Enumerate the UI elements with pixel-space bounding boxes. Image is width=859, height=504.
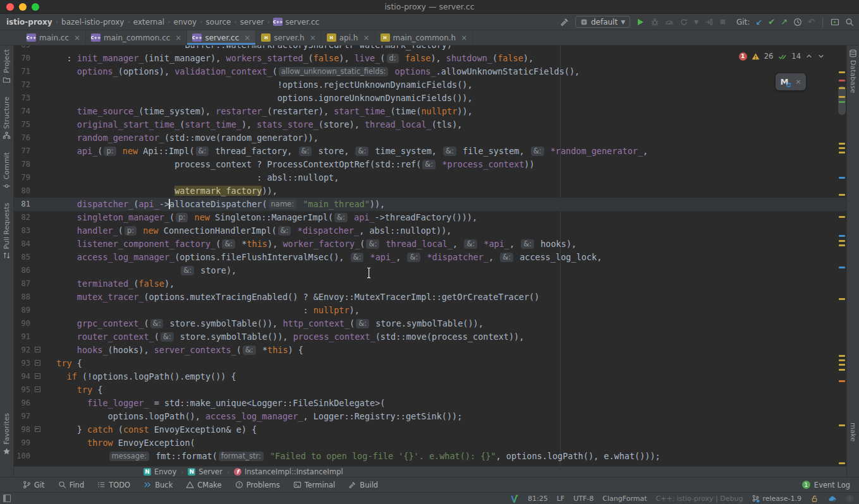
formatter[interactable]: ClangFormat bbox=[602, 495, 647, 503]
code-line-72[interactable]: 72 !options.rejectUnknownDynamicFields()… bbox=[14, 78, 846, 92]
close-icon[interactable]: × bbox=[175, 33, 181, 42]
code-line-85[interactable]: 85 access_log_manager_(options.fileFlush… bbox=[14, 251, 846, 264]
code-line-90[interactable]: 90 grpc_context_(&: store.symbolTable())… bbox=[14, 317, 846, 330]
stripe-mark-y[interactable] bbox=[839, 244, 845, 246]
git-commit-icon[interactable]: ✔ bbox=[768, 18, 775, 26]
file-encoding[interactable]: UTF-8 bbox=[573, 495, 594, 503]
tool-window-button-todo[interactable]: TODO bbox=[97, 481, 130, 489]
breadcrumb-item-istio-proxy[interactable]: istio-proxy bbox=[6, 18, 52, 27]
cloud-settings-icon[interactable] bbox=[827, 495, 837, 503]
code-line-96[interactable]: 96 file_logger_ = std::make_unique<Logge… bbox=[14, 397, 846, 410]
lock-icon[interactable] bbox=[810, 495, 819, 503]
stripe-mark-y[interactable] bbox=[839, 143, 845, 145]
code-line-74[interactable]: 74 time_source_(time_system), restarter_… bbox=[14, 105, 846, 118]
tool-window-toggle-icon[interactable] bbox=[3, 495, 11, 502]
breadcrumb-server[interactable]: NServer bbox=[188, 467, 222, 476]
code-line-80[interactable]: 80 watermark_factory)), bbox=[14, 184, 846, 198]
error-count-icon[interactable]: 1 bbox=[739, 52, 747, 61]
tool-window-button-terminal[interactable]: Terminal bbox=[293, 481, 336, 489]
code-line-76[interactable]: 76 random_generator_(std::move(random_ge… bbox=[14, 131, 846, 145]
sidebar-item-make[interactable]: make bbox=[849, 423, 857, 441]
stripe-mark-y[interactable] bbox=[839, 147, 845, 149]
stripe-mark-y[interactable] bbox=[839, 96, 845, 98]
inspections-widget[interactable]: 1 26 14 bbox=[739, 52, 825, 61]
fold-marker-icon[interactable]: ⌐ bbox=[35, 426, 40, 432]
breadcrumb-envoy[interactable]: NEnvoy bbox=[143, 467, 176, 476]
breadcrumb-item-bazel-istio-proxy[interactable]: bazel-istio-proxy bbox=[61, 18, 124, 27]
fold-marker-icon[interactable]: − bbox=[35, 387, 40, 392]
code-line-86[interactable]: 86 &: store), bbox=[14, 264, 846, 277]
event-log-button[interactable]: 1 Event Log bbox=[802, 481, 850, 489]
code-line-81[interactable]: 81 dispatcher_(api_->allocateDispatcher(… bbox=[14, 198, 846, 211]
rollback-icon[interactable]: ↶ bbox=[808, 18, 815, 26]
history-clock-icon[interactable] bbox=[793, 18, 802, 27]
attach-process-button[interactable] bbox=[704, 18, 713, 27]
tab-server.cc[interactable]: C++server.cc× bbox=[187, 30, 256, 45]
git-push-icon[interactable]: ↗ bbox=[781, 18, 788, 26]
code-line-89[interactable]: 89 : nullptr), bbox=[14, 304, 846, 317]
stripe-mark-y[interactable] bbox=[839, 194, 845, 196]
code-line-93[interactable]: 93− try { bbox=[14, 357, 846, 370]
tool-window-button-build[interactable]: Build bbox=[348, 481, 378, 489]
code-line-94[interactable]: 94− if (!options.logPath().empty()) { bbox=[14, 370, 846, 383]
passed-count[interactable]: 14 bbox=[791, 52, 801, 61]
zoom-window-button[interactable] bbox=[32, 3, 39, 11]
tool-window-button-problems[interactable]: Problems bbox=[235, 481, 280, 489]
sidebar-item-commit[interactable]: Commit bbox=[3, 152, 11, 190]
close-icon[interactable]: × bbox=[310, 33, 316, 42]
line-ending[interactable]: LF bbox=[557, 495, 564, 503]
stripe-mark-y[interactable] bbox=[839, 152, 845, 153]
tool-window-button-git[interactable]: Git bbox=[23, 481, 45, 489]
stripe-mark-y[interactable] bbox=[839, 424, 845, 426]
code-line-84[interactable]: 84 listener_component_factory_(&: *this)… bbox=[14, 237, 846, 251]
minimize-window-button[interactable] bbox=[19, 3, 27, 11]
close-icon[interactable]: × bbox=[74, 33, 80, 42]
close-icon[interactable]: × bbox=[363, 33, 369, 42]
close-window-button[interactable] bbox=[6, 3, 14, 11]
plugin-sync-popup[interactable]: M × bbox=[776, 73, 806, 90]
code-line-70[interactable]: 70 : init_manager_(init_manager), worker… bbox=[14, 52, 846, 65]
stripe-mark-b[interactable] bbox=[839, 267, 845, 268]
git-update-icon[interactable]: ↙ bbox=[755, 18, 762, 26]
stripe-mark-y[interactable] bbox=[839, 71, 845, 73]
breadcrumb-item-external[interactable]: external bbox=[133, 18, 164, 27]
code-line-73[interactable]: 73 options.ignoreUnknownDynamicFields())… bbox=[14, 92, 846, 105]
search-everywhere-icon[interactable] bbox=[845, 18, 854, 27]
tool-window-button-find[interactable]: Find bbox=[58, 481, 85, 489]
git-branch-widget[interactable]: release-1.9 bbox=[752, 495, 801, 503]
code-line-99[interactable]: 99 throw EnvoyException( bbox=[14, 436, 846, 450]
prev-problem-chevron-up-icon[interactable] bbox=[805, 52, 813, 60]
warning-count[interactable]: 26 bbox=[764, 52, 774, 61]
stripe-mark-g[interactable] bbox=[839, 101, 845, 103]
code-line-92[interactable]: 92− hooks_(hooks), server_contexts_(&: *… bbox=[14, 344, 846, 357]
code-line-75[interactable]: 75 original_start_time_(start_time_), st… bbox=[14, 118, 846, 131]
tab-server.h[interactable]: Hserver.h× bbox=[256, 30, 321, 45]
code-line-79[interactable]: 79 : absl::nullopt, bbox=[14, 171, 846, 184]
breadcrumb-item-envoy[interactable]: envoy bbox=[174, 18, 197, 27]
stripe-mark-y[interactable] bbox=[839, 462, 845, 464]
code-line-83[interactable]: 83 handler_(p: new ConnectionHandlerImpl… bbox=[14, 224, 846, 237]
fold-marker-icon[interactable]: − bbox=[35, 360, 40, 366]
breadcrumb-instanceimpl-instanceimpl[interactable]: fInstanceImpl::InstanceImpl bbox=[234, 467, 343, 476]
fold-marker-icon[interactable]: − bbox=[35, 347, 40, 352]
sidebar-item-pull-requests[interactable]: Pull Requests bbox=[3, 203, 11, 260]
stripe-mark-y[interactable] bbox=[839, 355, 845, 357]
stripe-mark-y[interactable] bbox=[839, 298, 845, 300]
build-hammer-icon[interactable] bbox=[560, 17, 570, 27]
breadcrumb-item-server.cc[interactable]: server.cc bbox=[285, 18, 319, 27]
next-problem-chevron-down-icon[interactable] bbox=[817, 52, 825, 60]
code-line-91[interactable]: 91 router_context_(&: store.symbolTable(… bbox=[14, 330, 846, 344]
stripe-mark-y[interactable] bbox=[839, 240, 845, 242]
code-line-87[interactable]: 87 terminated_(false), bbox=[14, 277, 846, 291]
stripe-mark-y[interactable] bbox=[839, 359, 845, 361]
stripe-mark-b[interactable] bbox=[839, 177, 845, 179]
chevron-down-icon[interactable]: ▼ bbox=[694, 19, 698, 25]
dim-status-icon[interactable] bbox=[846, 495, 854, 503]
breadcrumb-item-source[interactable]: source bbox=[206, 18, 231, 27]
tab-main.cc[interactable]: C++main.cc× bbox=[21, 30, 86, 45]
stop-button[interactable] bbox=[719, 18, 727, 26]
close-icon[interactable]: × bbox=[795, 78, 801, 86]
breadcrumb-item-server[interactable]: server bbox=[240, 18, 264, 27]
code-line-82[interactable]: 82 singleton_manager_(p: new Singleton::… bbox=[14, 211, 846, 224]
sidebar-item-project[interactable]: Project bbox=[3, 49, 11, 84]
